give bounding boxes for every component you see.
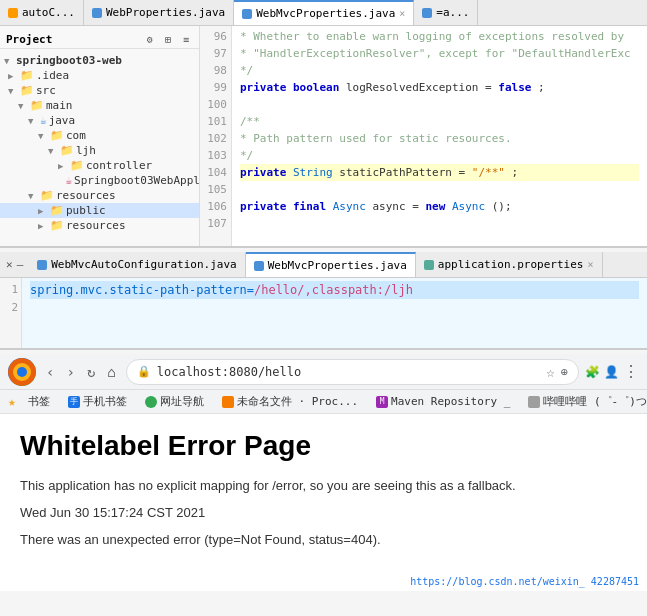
tree-com[interactable]: ▼ 📁 com (0, 128, 199, 143)
error-body1: This application has no explicit mapping… (20, 476, 627, 497)
arrow-icon: ▼ (28, 116, 38, 126)
code-normal5: async = (372, 200, 425, 213)
bookmark-word[interactable]: 未命名文件 · Proc... (216, 393, 364, 410)
bookmark-phone[interactable]: 手 手机书签 (62, 393, 133, 410)
folder-icon: 📁 (50, 219, 64, 232)
tab-close-properties[interactable]: × (587, 259, 593, 270)
tree-resources[interactable]: ▼ 📁 resources (0, 188, 199, 203)
tree-resources2-label: resources (66, 219, 126, 232)
code-line-102: * Path pattern used for static resources… (240, 130, 639, 147)
nav-bookmark-icon (145, 396, 157, 408)
bookmark-shujian-label: 书签 (28, 394, 50, 409)
tree-com-label: com (66, 129, 86, 142)
browser-toolbar: ‹ › ↻ ⌂ 🔒 localhost:8080/hello ☆ ⊕ 🧩 👤 ⋮ (0, 354, 647, 390)
line-num-104: 104 (200, 164, 227, 181)
maven-bookmark-icon: M (376, 396, 388, 408)
arrow-icon: ▶ (38, 206, 48, 216)
reload-button[interactable]: ↻ (83, 362, 99, 382)
arrow-icon: ▼ (4, 56, 14, 66)
code-content-middle[interactable]: spring.mvc.static-path-pattern=/hello/,c… (22, 278, 647, 348)
bookmark-shujian[interactable]: 书签 (22, 393, 56, 410)
line-num-103: 103 (200, 147, 227, 164)
sidebar-layout-icon[interactable]: ⊞ (161, 32, 175, 46)
watermark: https://blog.csdn.net/weixin_ 42287451 (0, 572, 647, 591)
tree-src[interactable]: ▼ 📁 src (0, 83, 199, 98)
tab-ctrl-x[interactable]: ✕ (6, 258, 13, 271)
bookmark-maven[interactable]: M Maven Repository _ (370, 394, 516, 409)
forward-button[interactable]: › (62, 362, 78, 382)
line-num-107: 107 (200, 215, 227, 232)
sidebar-toolbar: Project ⚙ ⊞ ≡ (0, 30, 199, 49)
tree-ljh[interactable]: ▼ 📁 ljh (0, 143, 199, 158)
tree-root[interactable]: ▼ springboot03-web (0, 53, 199, 68)
sidebar-gear-icon[interactable]: ≡ (179, 32, 193, 46)
account-icon[interactable]: 👤 (604, 365, 619, 379)
tree-main-class-label: Springboot03WebApplication (74, 174, 200, 187)
tree-public[interactable]: ▶ 📁 public (0, 203, 199, 218)
menu-icon[interactable]: ⋮ (623, 362, 639, 381)
tab-icon-blue5 (254, 261, 264, 271)
address-bar[interactable]: 🔒 localhost:8080/hello ☆ ⊕ (126, 359, 579, 385)
arrow-icon: ▼ (38, 131, 48, 141)
tab-label-autoconfigure: autoC... (22, 6, 75, 19)
extensions-icon[interactable]: 🧩 (585, 365, 600, 379)
tree-public-label: public (66, 204, 106, 217)
code-line-100 (240, 96, 639, 113)
line-num-2: 2 (0, 299, 18, 317)
arrow-icon: ▼ (28, 191, 38, 201)
bookmark-phone-label: 手机书签 (83, 394, 127, 409)
code-line-103: */ (240, 147, 639, 164)
code-line-98: */ (240, 62, 639, 79)
tree-src-label: src (36, 84, 56, 97)
arrow-icon: ▶ (8, 71, 18, 81)
project-name: springboot03-web (16, 54, 122, 67)
tab-extra[interactable]: =a... (414, 0, 478, 25)
sidebar-settings-icon[interactable]: ⚙ (143, 32, 157, 46)
code-type-string: String (293, 166, 339, 179)
phone-bookmark-icon: 手 (68, 396, 80, 408)
tree-java[interactable]: ▼ ☕ java (0, 113, 199, 128)
tree-main-label: main (46, 99, 73, 112)
tree-controller[interactable]: ▶ 📁 controller (0, 158, 199, 173)
code-string: "/**" (472, 166, 505, 179)
tree-main[interactable]: ▼ 📁 main (0, 98, 199, 113)
code-keyword-private3: private (240, 200, 293, 213)
error-body: This application has no explicit mapping… (20, 476, 627, 550)
tab-icon-green (424, 260, 434, 270)
tab-icon-blue2 (242, 9, 252, 19)
bookmark-bilibili[interactable]: 哔哩哔哩 (゜-゜)つ... (522, 393, 647, 410)
tree-main-class[interactable]: ▶ ☕ Springboot03WebApplication (0, 173, 199, 188)
tree-resources2[interactable]: ▶ 📁 resources (0, 218, 199, 233)
back-button[interactable]: ‹ (42, 362, 58, 382)
code-line-99: private boolean logResolvedException = f… (240, 79, 639, 96)
tab-label-extra: =a... (436, 6, 469, 19)
tab-ctrl-minus[interactable]: — (17, 258, 24, 271)
arrow-icon: ▼ (8, 86, 18, 96)
tab-middle-properties[interactable]: application.properties × (416, 252, 603, 277)
bookmark-word-label: 未命名文件 · Proc... (237, 394, 358, 409)
bookmark-icon[interactable]: ☆ (546, 364, 554, 380)
share-icon[interactable]: ⊕ (561, 365, 568, 379)
code-normal2: ; (538, 81, 545, 94)
folder-icon: 📁 (40, 189, 54, 202)
tree-idea[interactable]: ▶ 📁 .idea (0, 68, 199, 83)
error-body3: There was an unexpected error (type=Not … (20, 530, 627, 551)
line-num-1: 1 (0, 281, 18, 299)
code-type-async2: Async (452, 200, 485, 213)
tab-webmvcproperties[interactable]: WebMvcProperties.java × (234, 0, 414, 25)
line-num-99: 99 (200, 79, 227, 96)
folder-icon: 📁 (50, 129, 64, 142)
tab-middle-webmvcproperties[interactable]: WebMvcProperties.java (246, 252, 416, 277)
code-comment: * Path pattern used for static resources… (240, 132, 512, 145)
word-bookmark-icon (222, 396, 234, 408)
tab-webproperties[interactable]: WebProperties.java (84, 0, 234, 25)
tab-middle-autoconfigure[interactable]: WebMvcAutoConfiguration.java (29, 252, 245, 277)
code-content[interactable]: * Whether to enable warn logging of exce… (232, 26, 647, 246)
tab-close-webmvcproperties[interactable]: × (399, 8, 405, 19)
bookmark-nav[interactable]: 网址导航 (139, 393, 210, 410)
tab-autoconfigure[interactable]: autoC... (0, 0, 84, 25)
tab-label-webmvcproperties: WebMvcProperties.java (256, 7, 395, 20)
line-num-105: 105 (200, 181, 227, 198)
home-button[interactable]: ⌂ (103, 362, 119, 382)
code-area-top: 96 97 98 99 100 101 102 103 104 105 106 … (200, 26, 647, 246)
